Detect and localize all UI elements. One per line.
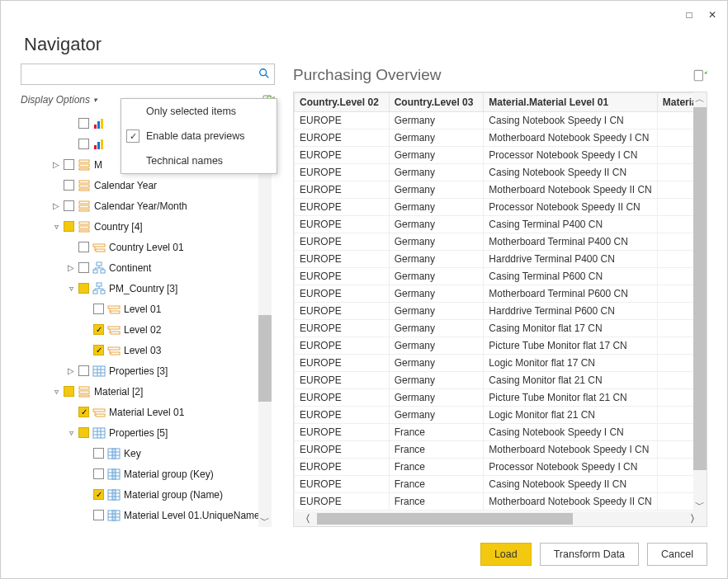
maximize-button[interactable]: □ [678, 3, 701, 26]
grid-hscroll-track[interactable]: 〈 〉 [294, 511, 707, 526]
checkbox[interactable] [64, 200, 74, 211]
table-row[interactable]: EUROPEGermanyCasing Notebook Speedy II C… [295, 164, 707, 181]
table-row[interactable]: EUROPEFranceProcessor Notebook Speedy I … [295, 459, 707, 476]
expander-icon[interactable]: ▷ [50, 160, 62, 169]
table-row[interactable]: EUROPEGermanyMotherboard Terminal P600 C… [295, 285, 707, 303]
checkbox[interactable] [78, 283, 89, 294]
table-row[interactable]: EUROPEGermanyHarddrive Terminal P400 CN [295, 251, 707, 268]
tree-scroll-down-icon[interactable]: ﹀ [258, 514, 272, 527]
checkbox[interactable] [93, 345, 104, 355]
checkbox[interactable] [93, 448, 104, 459]
table-row[interactable]: EUROPEGermanyProcessor Notebook Speedy I… [295, 199, 707, 216]
table-cell: EUROPE [295, 407, 390, 424]
grid-hscroll-thumb[interactable] [317, 513, 573, 525]
table-row[interactable]: EUROPEGermanyLogic Monitor flat 21 CN [295, 407, 707, 424]
column-header[interactable]: Country.Level 02 [295, 93, 390, 112]
tree-node[interactable]: Key [21, 443, 272, 464]
tree-node[interactable]: ▿Properties [5] [21, 422, 272, 443]
checkbox[interactable] [64, 386, 74, 397]
tree-node[interactable]: ▷Properties [3] [21, 360, 272, 381]
tree-scrollbar-thumb[interactable] [258, 315, 272, 402]
tree-node[interactable]: ▷Continent [21, 257, 272, 278]
display-options-button[interactable]: Display Options ▾ [21, 94, 97, 106]
table-row[interactable]: EUROPEGermanyHarddrive Terminal P600 CN [295, 303, 707, 320]
expander-icon[interactable]: ▿ [50, 387, 62, 396]
table-row[interactable]: EUROPEGermanyCasing Monitor flat 17 CN [295, 320, 707, 337]
checkbox[interactable] [78, 139, 89, 149]
menu-item[interactable]: Only selected items [121, 99, 277, 124]
checkbox[interactable] [78, 262, 89, 273]
checkbox[interactable] [78, 365, 89, 376]
table-row[interactable]: EUROPEFranceMotherboard Notebook Speedy … [295, 493, 707, 511]
load-button[interactable]: Load [480, 543, 532, 566]
checkbox[interactable] [64, 180, 74, 191]
table-cell: France [389, 476, 484, 493]
menu-item[interactable]: Enable data previews [121, 124, 277, 148]
grid-scroll-right-icon[interactable]: 〉 [685, 512, 705, 525]
expander-icon[interactable]: ▿ [65, 284, 77, 293]
column-header[interactable]: Material.Material Level 01 [484, 93, 657, 112]
tree-node[interactable]: Material group (Key) [21, 464, 272, 484]
table-row[interactable]: EUROPEGermanyProcessor Notebook Speedy I… [295, 147, 707, 164]
cancel-button[interactable]: Cancel [647, 543, 707, 566]
menu-item[interactable]: Technical names [121, 148, 277, 173]
table-row[interactable]: EUROPEFranceCasing Notebook Speedy I CN [295, 424, 707, 441]
table-cell: Germany [389, 147, 484, 164]
table-row[interactable]: EUROPEGermanyMotherboard Notebook Speedy… [295, 181, 707, 199]
tree-node[interactable]: Material Level 01 [21, 402, 272, 422]
table-cell: EUROPE [295, 389, 390, 407]
checkbox[interactable] [93, 510, 104, 520]
expander-icon[interactable]: ▷ [50, 201, 62, 210]
table-row[interactable]: EUROPEGermanyMotherboard Terminal P400 C… [295, 233, 707, 251]
grid-scroll-up-icon[interactable]: ︿ [693, 92, 707, 106]
search-input[interactable] [21, 64, 275, 85]
checkbox[interactable] [93, 468, 104, 479]
tree-node[interactable]: Material group (Name) [21, 484, 272, 505]
tree-node[interactable]: Level 02 [21, 319, 272, 340]
tree-view[interactable]: ▷MCalendar Year▷Calendar Year/Month▿Coun… [21, 113, 275, 527]
sub-icon [92, 282, 106, 295]
table-row[interactable]: EUROPEGermanyMotherboard Notebook Speedy… [295, 129, 707, 147]
tree-node[interactable]: Material Level 01.UniqueName [21, 505, 272, 525]
table-cell: Germany [389, 129, 484, 147]
expander-icon[interactable]: ▿ [50, 222, 62, 231]
checkbox[interactable] [93, 489, 104, 500]
transform-data-button[interactable]: Transform Data [540, 543, 639, 566]
checkbox[interactable] [64, 159, 74, 170]
tree-node[interactable]: Level 01 [21, 299, 272, 319]
close-button[interactable]: ✕ [701, 3, 724, 26]
expander-icon[interactable]: ▷ [65, 263, 77, 272]
tree-node[interactable]: Level 03 [21, 340, 272, 360]
grid-scroll-left-icon[interactable]: 〈 [295, 512, 315, 525]
expander-icon[interactable]: ▿ [65, 428, 77, 437]
tree-node[interactable]: Country Level 01 [21, 237, 272, 257]
tree-node[interactable]: ▿Country [4] [21, 216, 272, 237]
tree-node[interactable]: ▿PM_Country [3] [21, 278, 272, 299]
table-row[interactable]: EUROPEGermanyCasing Terminal P600 CN [295, 268, 707, 285]
display-options-menu[interactable]: Only selected itemsEnable data previewsT… [121, 98, 277, 174]
checkbox[interactable] [93, 304, 104, 314]
grid-vscroll-thumb[interactable] [693, 107, 707, 470]
tree-node[interactable]: ▿Material [2] [21, 381, 272, 402]
expander-icon[interactable]: ▷ [65, 366, 77, 375]
table-row[interactable]: EUROPEGermanyPicture Tube Monitor flat 1… [295, 337, 707, 355]
table-row[interactable]: EUROPEGermanyPicture Tube Monitor flat 2… [295, 389, 707, 407]
search-icon[interactable] [258, 68, 270, 79]
tree-node[interactable]: ▷Calendar Year/Month [21, 195, 272, 216]
table-row[interactable]: EUROPEGermanyCasing Monitor flat 21 CN [295, 372, 707, 389]
checkbox[interactable] [78, 427, 89, 438]
checkbox[interactable] [93, 324, 104, 335]
grid-scroll-down-icon[interactable]: ﹀ [693, 498, 707, 511]
column-header[interactable]: Country.Level 03 [389, 93, 484, 112]
table-row[interactable]: EUROPEFranceCasing Notebook Speedy II CN [295, 476, 707, 493]
table-row[interactable]: EUROPEGermanyLogic Monitor flat 17 CN [295, 355, 707, 372]
checkbox[interactable] [64, 221, 74, 232]
table-row[interactable]: EUROPEGermanyCasing Terminal P400 CN [295, 216, 707, 233]
tree-node[interactable]: Calendar Year [21, 175, 272, 195]
table-row[interactable]: EUROPEGermanyCasing Notebook Speedy I CN [295, 112, 707, 129]
preview-refresh-icon[interactable] [693, 68, 707, 82]
checkbox[interactable] [78, 118, 89, 129]
checkbox[interactable] [78, 242, 89, 252]
checkbox[interactable] [78, 407, 89, 417]
table-row[interactable]: EUROPEFranceMotherboard Notebook Speedy … [295, 441, 707, 459]
